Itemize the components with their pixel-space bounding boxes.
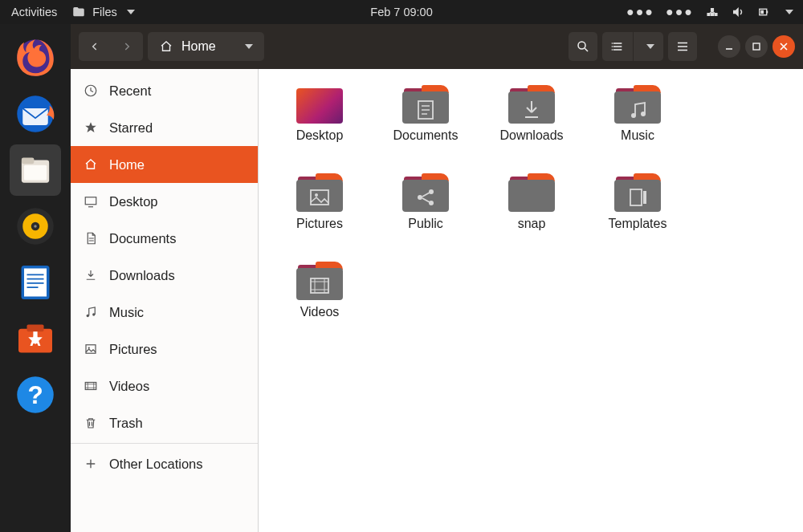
dock-app-help[interactable]: ? xyxy=(10,369,61,420)
sidebar-item-label: Desktop xyxy=(109,194,158,209)
maximize-button[interactable] xyxy=(745,35,768,58)
music-icon xyxy=(84,305,98,319)
sidebar-item-label: Trash xyxy=(109,416,143,431)
file-item[interactable]: Videos xyxy=(267,262,373,350)
indicator-icon[interactable]: ●●● xyxy=(666,5,694,19)
sidebar-item-label: Downloads xyxy=(109,268,175,283)
minimize-button[interactable] xyxy=(718,35,740,58)
dock-app-files[interactable] xyxy=(10,144,61,196)
sidebar-item-label: Other Locations xyxy=(109,457,202,472)
dock-app-software[interactable]: A xyxy=(10,313,61,364)
sidebar-item-label: Home xyxy=(109,157,145,173)
sidebar-item-label: Pictures xyxy=(109,342,157,357)
header-bar: Home xyxy=(71,24,803,69)
svg-point-24 xyxy=(612,43,613,44)
svg-rect-44 xyxy=(643,191,646,204)
file-label: snap xyxy=(518,217,546,231)
nav-back-forward xyxy=(79,32,143,61)
file-item[interactable]: Music xyxy=(585,85,691,173)
sidebar-item-other-locations[interactable]: Other Locations xyxy=(71,445,258,482)
volume-icon[interactable] xyxy=(731,5,745,19)
folder-icon xyxy=(71,5,86,19)
svg-point-42 xyxy=(429,201,434,205)
forward-button[interactable] xyxy=(111,32,143,61)
file-item[interactable]: Public xyxy=(373,173,479,262)
sidebar-item-label: Recent xyxy=(109,83,151,99)
sidebar-item-label: Starred xyxy=(109,120,153,136)
svg-rect-32 xyxy=(86,345,96,354)
app-menu-button[interactable]: Files xyxy=(71,5,135,19)
video-icon xyxy=(84,379,98,393)
back-button[interactable] xyxy=(79,32,111,61)
battery-icon[interactable] xyxy=(756,5,771,19)
dock-app-writer[interactable] xyxy=(10,257,61,308)
home-icon xyxy=(84,157,98,172)
svg-point-23 xyxy=(578,42,585,49)
file-label: Downloads xyxy=(499,128,563,143)
chevron-down-icon xyxy=(646,44,654,49)
close-button[interactable] xyxy=(772,35,795,58)
download-icon xyxy=(84,268,98,282)
svg-rect-43 xyxy=(630,189,642,205)
file-item[interactable]: Pictures xyxy=(267,173,373,262)
chevron-down-icon[interactable] xyxy=(785,10,793,14)
file-label: Public xyxy=(408,217,443,231)
app-menu-label: Files xyxy=(92,6,117,18)
svg-rect-1 xyxy=(767,11,768,14)
path-bar-button[interactable]: Home xyxy=(148,32,264,61)
hamburger-menu-button[interactable] xyxy=(668,32,697,61)
menu-icon xyxy=(675,39,690,54)
sidebar-item-documents[interactable]: Documents xyxy=(71,220,258,257)
file-label: Documents xyxy=(393,128,459,143)
sidebar-item-home[interactable]: Home xyxy=(71,146,258,183)
plus-icon xyxy=(84,457,98,471)
sidebar-item-downloads[interactable]: Downloads xyxy=(71,257,258,294)
clock-button[interactable]: Feb 7 09:00 xyxy=(370,6,432,18)
activities-button[interactable]: Activities xyxy=(11,6,57,18)
sidebar-item-music[interactable]: Music xyxy=(71,294,258,331)
sidebar-item-starred[interactable]: Starred xyxy=(71,109,258,146)
dock: A ? xyxy=(0,24,71,532)
list-view-button[interactable] xyxy=(602,32,633,61)
svg-rect-27 xyxy=(753,43,760,50)
sidebar-item-label: Videos xyxy=(109,379,149,394)
places-sidebar: Recent Starred Home Desktop Documents xyxy=(71,69,259,532)
network-icon[interactable] xyxy=(705,5,719,19)
svg-point-36 xyxy=(631,113,636,118)
dock-app-rhythmbox[interactable] xyxy=(10,201,61,252)
sidebar-item-desktop[interactable]: Desktop xyxy=(71,183,258,220)
svg-rect-16 xyxy=(27,282,44,284)
svg-point-39 xyxy=(315,193,318,197)
sidebar-item-recent[interactable]: Recent xyxy=(71,72,258,109)
file-label: Pictures xyxy=(296,217,343,231)
file-item[interactable]: Templates xyxy=(585,173,691,262)
file-item[interactable]: Desktop xyxy=(267,85,373,173)
path-label: Home xyxy=(181,39,216,54)
sidebar-item-label: Music xyxy=(109,305,144,320)
svg-rect-34 xyxy=(85,383,96,390)
svg-text:A: A xyxy=(30,332,41,349)
file-item[interactable]: Downloads xyxy=(479,85,585,173)
search-button[interactable] xyxy=(569,32,597,61)
sidebar-item-pictures[interactable]: Pictures xyxy=(71,331,258,368)
svg-rect-7 xyxy=(24,165,47,181)
dock-app-thunderbird[interactable] xyxy=(10,88,61,140)
file-label: Music xyxy=(621,128,654,143)
dock-app-firefox[interactable] xyxy=(10,32,61,83)
sidebar-item-videos[interactable]: Videos xyxy=(71,368,258,404)
trash-icon xyxy=(84,416,98,430)
svg-rect-45 xyxy=(311,278,328,293)
chevron-down-icon xyxy=(245,44,253,49)
svg-point-41 xyxy=(429,189,434,194)
sidebar-item-trash[interactable]: Trash xyxy=(71,404,258,441)
files-icon-view[interactable]: DesktopDocumentsDownloadsMusicPicturesPu… xyxy=(259,69,803,532)
file-item[interactable]: snap xyxy=(479,173,585,262)
view-options-button[interactable] xyxy=(633,32,663,61)
view-switcher xyxy=(602,32,663,61)
svg-rect-17 xyxy=(27,286,39,288)
svg-point-37 xyxy=(641,112,646,116)
svg-point-31 xyxy=(92,313,95,315)
svg-rect-2 xyxy=(760,10,764,14)
file-item[interactable]: Documents xyxy=(373,85,479,173)
indicator-icon[interactable]: ●●● xyxy=(626,5,654,19)
